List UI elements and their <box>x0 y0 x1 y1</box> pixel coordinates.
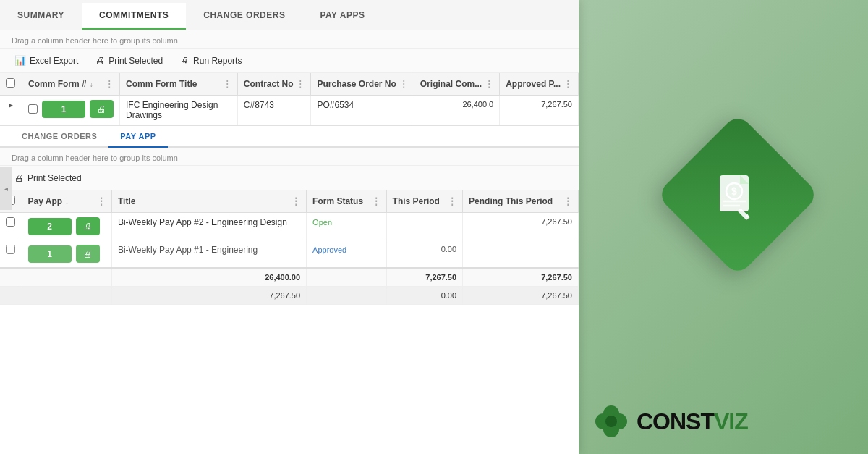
status-badge-open: Open <box>312 218 332 227</box>
pa-col-menu-3[interactable]: ⋮ <box>372 196 380 206</box>
pa-row-checkbox-2[interactable] <box>6 217 15 227</box>
toolbar-1: 📊 Excel Export 🖨 Print Selected 🖨 Run Re… <box>0 49 579 73</box>
scroll-indicator[interactable]: ◂ <box>0 167 12 210</box>
app-icon-diamond: $ <box>656 112 820 276</box>
approved-p-cell: 7,267.50 <box>500 96 579 125</box>
row-expand-cell: ▸ <box>0 96 22 125</box>
pay-app-num-cell-2: 2 🖨 <box>22 213 111 240</box>
top-tab-bar: SUMMARY COMMITMENTS CHANGE ORDERS PAY AP… <box>0 0 579 30</box>
commitments-table: Comm Form # ↓ ⋮ Comm Form Title ⋮ <box>0 73 579 125</box>
pa-pending-cell-2: 7,267.50 <box>463 213 579 240</box>
expand-arrow[interactable]: ▸ <box>6 98 16 112</box>
select-all-checkbox-1[interactable] <box>6 78 15 88</box>
logo-text-viz: VIZ <box>714 408 748 435</box>
print-icon-2: 🖨 <box>14 172 24 183</box>
svg-point-11 <box>605 416 617 427</box>
document-money-svg: $ <box>712 169 763 220</box>
comm-form-title-cell: IFC Engineering Design Drawings <box>120 96 238 125</box>
excel-icon: 📊 <box>14 55 26 66</box>
row-print-button-1[interactable]: 🖨 <box>90 100 114 118</box>
original-com-header: Original Com... ⋮ <box>414 73 499 96</box>
title-header: Title ⋮ <box>111 190 306 213</box>
original-com-cell: 26,400.0 <box>414 96 499 125</box>
pa-id-button-2[interactable]: 2 <box>28 218 72 235</box>
main-panel: SUMMARY COMMITMENTS CHANGE ORDERS PAY AP… <box>0 0 579 454</box>
status-badge-approved: Approved <box>312 245 346 254</box>
pa-col-menu-2[interactable]: ⋮ <box>292 196 300 206</box>
sort-icon-2: ↓ <box>65 198 69 206</box>
sub-tab-change-orders[interactable]: CHANGE ORDERS <box>10 126 109 148</box>
pa-col-menu-5[interactable]: ⋮ <box>563 196 572 206</box>
contract-no-cell: C#8743 <box>237 96 311 125</box>
col-menu-5[interactable]: ⋮ <box>485 79 493 89</box>
footer-total-2: 7,267.50 <box>386 268 463 287</box>
sub-tab-bar: CHANGE ORDERS PAY APP <box>0 126 579 148</box>
purchase-order-cell: PO#6534 <box>311 96 414 125</box>
pay-app-header: Pay App ↓ ⋮ <box>22 190 111 213</box>
pa-this-period-cell-1: 0.00 <box>386 240 463 269</box>
tab-change-orders[interactable]: CHANGE ORDERS <box>186 3 302 30</box>
branding-area: $ <box>579 0 868 454</box>
pay-app-num-cell-1: 1 🖨 <box>22 240 111 269</box>
pa-col-menu-1[interactable]: ⋮ <box>97 196 106 206</box>
print-selected-button-2[interactable]: 🖨 Print Selected <box>10 170 86 185</box>
footer-val-4: 7,267.50 <box>111 287 306 305</box>
row-id-button-1[interactable]: 1 <box>42 101 85 118</box>
col-menu-6[interactable]: ⋮ <box>563 79 572 89</box>
pending-period-header: Pending This Period ⋮ <box>463 190 579 213</box>
col-menu-1[interactable]: ⋮ <box>105 79 114 89</box>
footer-total-1: 26,400.00 <box>111 268 306 287</box>
contract-no-header: Contract No ⋮ <box>237 73 311 96</box>
footer-val-6: 7,267.50 <box>463 287 579 305</box>
pa-print-button-2[interactable]: 🖨 <box>76 217 100 235</box>
pay-app-section: Drag a column header here to group its c… <box>0 148 579 454</box>
sub-tab-pay-app[interactable]: PAY APP <box>109 126 167 148</box>
sort-icon-1: ↓ <box>90 80 93 88</box>
row-checkbox-1[interactable] <box>28 104 38 114</box>
pa-title-cell-1: Bi-Weekly Pay App #1 - Engineering <box>111 240 306 269</box>
logo-icon-svg <box>593 403 629 440</box>
excel-export-button[interactable]: 📊 Excel Export <box>10 53 82 68</box>
commitments-section: Drag a column header here to group its c… <box>0 30 579 126</box>
pa-row-checkbox-1[interactable] <box>6 245 15 254</box>
pay-app-row-1: 1 🖨 Bi-Weekly Pay App #1 - Engineering A… <box>0 240 579 269</box>
pay-app-table: Pay App ↓ ⋮ Title ⋮ Form Status <box>0 190 579 305</box>
comm-form-title-header: Comm Form Title ⋮ <box>120 73 238 96</box>
drag-hint-1: Drag a column header here to group its c… <box>0 30 579 49</box>
pa-print-button-1[interactable]: 🖨 <box>76 245 100 263</box>
comm-form-num-cell: 1 🖨 <box>22 96 120 125</box>
footer-total-3: 7,267.50 <box>463 268 579 287</box>
pa-this-period-cell-2 <box>386 213 463 240</box>
toolbar-2: 🖨 Print Selected <box>0 166 579 190</box>
constviz-logo: CONST VIZ <box>593 403 748 440</box>
pa-id-button-1[interactable]: 1 <box>28 245 72 263</box>
app-icon-inner: $ <box>712 169 763 220</box>
run-reports-button[interactable]: 🖨 Run Reports <box>176 53 246 68</box>
logo-text-const: CONST <box>637 408 714 435</box>
pa-pending-cell-1 <box>463 240 579 269</box>
pa-col-menu-4[interactable]: ⋮ <box>448 196 456 206</box>
footer-val-5: 0.00 <box>386 287 463 305</box>
purchase-order-header: Purchase Order No ⋮ <box>311 73 414 96</box>
comm-form-num-header: Comm Form # ↓ ⋮ <box>22 73 120 96</box>
select-all-header <box>0 73 22 96</box>
table-row: ▸ 1 🖨 IFC Engineering Design Drawings C#… <box>0 96 579 125</box>
col-menu-3[interactable]: ⋮ <box>296 79 305 89</box>
pay-app-row-2: 2 🖨 Bi-Weekly Pay App #2 - Engineering D… <box>0 213 579 240</box>
tab-pay-apps[interactable]: PAY APPS <box>302 3 382 30</box>
print-selected-button-1[interactable]: 🖨 Print Selected <box>91 53 167 68</box>
footer-row-2: 7,267.50 0.00 7,267.50 <box>0 287 579 305</box>
tab-summary[interactable]: SUMMARY <box>0 3 82 30</box>
pa-status-cell-1: Approved <box>307 240 387 269</box>
form-status-header: Form Status ⋮ <box>307 190 387 213</box>
drag-hint-2: Drag a column header here to group its c… <box>0 148 579 166</box>
reports-icon: 🖨 <box>180 55 190 66</box>
svg-text:$: $ <box>731 185 737 197</box>
pa-title-cell-2: Bi-Weekly Pay App #2 - Engineering Desig… <box>111 213 306 240</box>
footer-row: 26,400.00 7,267.50 7,267.50 <box>0 268 579 287</box>
approved-p-header: Approved P... ⋮ <box>500 73 579 96</box>
col-menu-2[interactable]: ⋮ <box>223 79 231 89</box>
this-period-header: This Period ⋮ <box>386 190 463 213</box>
tab-commitments[interactable]: COMMITMENTS <box>82 3 186 30</box>
col-menu-4[interactable]: ⋮ <box>399 79 408 89</box>
